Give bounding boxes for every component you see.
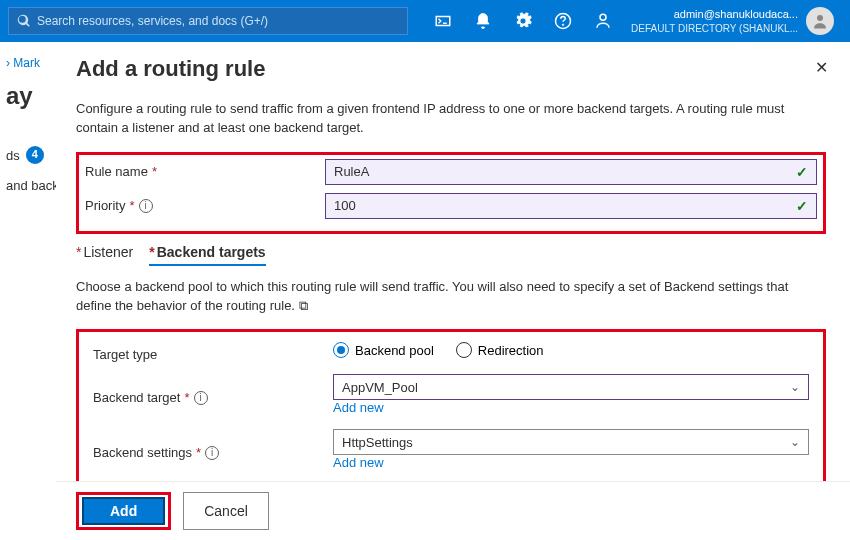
wizard-step[interactable]: ds 4 (6, 146, 50, 164)
search-input[interactable]: Search resources, services, and docs (G+… (8, 7, 408, 35)
chevron-down-icon: ⌄ (790, 380, 800, 394)
close-icon[interactable]: ✕ (815, 58, 828, 77)
svg-point-1 (562, 24, 564, 26)
panel: Add a routing rule ✕ Configure a routing… (56, 42, 850, 540)
rule-name-label: Rule name * (85, 164, 325, 179)
settings-icon[interactable] (503, 0, 543, 42)
svg-point-3 (817, 15, 823, 21)
external-link-icon[interactable]: ⧉ (299, 298, 308, 313)
target-type-radios: Backend pool Redirection (333, 342, 544, 358)
avatar (806, 7, 834, 35)
add-button[interactable]: Add (82, 497, 165, 525)
add-new-backend-target-link[interactable]: Add new (333, 400, 809, 415)
rule-name-input[interactable]: RuleA ✓ (325, 159, 817, 185)
chevron-down-icon: ⌄ (790, 435, 800, 449)
panel-title: Add a routing rule (76, 56, 826, 82)
breadcrumb[interactable]: › Mark (6, 56, 50, 70)
main: › Mark ay ds 4 and back Add a routing ru… (0, 42, 850, 540)
info-icon[interactable]: i (194, 391, 208, 405)
search-icon (17, 14, 31, 28)
step-badge: 4 (26, 146, 44, 164)
left-column: › Mark ay ds 4 and back (0, 42, 56, 540)
backend-description: Choose a backend pool to which this rout… (76, 278, 826, 316)
backend-target-select[interactable]: AppVM_Pool⌄ (333, 374, 809, 400)
account-email: admin@shanukloudaca... (631, 7, 798, 21)
svg-point-2 (600, 14, 606, 20)
backend-target-label: Backend target * i (93, 390, 333, 405)
target-type-label: Target type (93, 347, 333, 362)
backend-highlight: Target type Backend pool Redirection Bac… (76, 329, 826, 501)
tab-listener[interactable]: *Listener (76, 244, 133, 266)
page-title-fragment: ay (6, 82, 50, 110)
account-block[interactable]: admin@shanukloudaca... DEFAULT DIRECTORY… (623, 7, 842, 35)
cloud-shell-icon[interactable] (423, 0, 463, 42)
top-icons: admin@shanukloudaca... DEFAULT DIRECTORY… (423, 0, 842, 42)
radio-redirection[interactable]: Redirection (456, 342, 544, 358)
check-icon: ✓ (796, 198, 808, 214)
backend-settings-select[interactable]: HttpSettings⌄ (333, 429, 809, 455)
panel-description: Configure a routing rule to send traffic… (76, 100, 826, 138)
feedback-icon[interactable] (583, 0, 623, 42)
info-icon[interactable]: i (205, 446, 219, 460)
tabs: *Listener *Backend targets (76, 244, 826, 266)
help-icon[interactable] (543, 0, 583, 42)
name-priority-highlight: Rule name * RuleA ✓ Priority * i 100 ✓ (76, 152, 826, 234)
priority-input[interactable]: 100 ✓ (325, 193, 817, 219)
search-placeholder: Search resources, services, and docs (G+… (37, 14, 268, 28)
top-bar: Search resources, services, and docs (G+… (0, 0, 850, 42)
panel-footer: Add Cancel (56, 481, 850, 540)
info-icon[interactable]: i (139, 199, 153, 213)
radio-backend-pool[interactable]: Backend pool (333, 342, 434, 358)
add-new-backend-settings-link[interactable]: Add new (333, 455, 809, 470)
add-button-highlight: Add (76, 492, 171, 530)
check-icon: ✓ (796, 164, 808, 180)
cancel-button[interactable]: Cancel (183, 492, 269, 530)
tab-backend-targets[interactable]: *Backend targets (149, 244, 265, 266)
wizard-step-2[interactable]: and back (6, 178, 50, 193)
notifications-icon[interactable] (463, 0, 503, 42)
account-directory: DEFAULT DIRECTORY (SHANUKL... (631, 22, 798, 35)
priority-label: Priority * i (85, 198, 325, 213)
backend-settings-label: Backend settings * i (93, 445, 333, 460)
